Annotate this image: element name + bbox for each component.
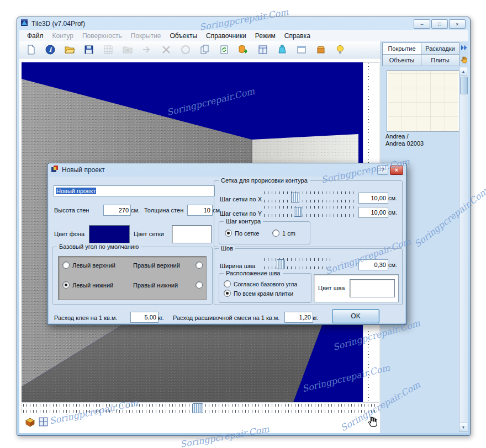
radio-dot (272, 230, 279, 237)
send-button (139, 42, 155, 57)
radio-corner-top-right[interactable]: Правый верхний (133, 262, 203, 269)
grid-step-x-label: Шаг сетки по X (220, 196, 262, 202)
desktop: Tile3D (v7.04Prof) – □ × Файл Контур Пов… (0, 0, 486, 448)
vertical-scrollbar[interactable]: ▲ ▼ (459, 67, 468, 432)
tile-window-button[interactable] (255, 42, 271, 57)
scrollbar-thumb[interactable] (460, 77, 468, 94)
seam-width-input[interactable] (358, 259, 388, 270)
radio-seam-all-edges[interactable]: По всем краям плитки (224, 290, 293, 297)
grid-step-y-label: Шаг сетки по Y (220, 210, 262, 217)
grid-step-y-input[interactable] (358, 207, 388, 218)
collections-icon[interactable] (459, 42, 468, 52)
menu-objects[interactable]: Объекты (166, 30, 202, 41)
dialog-close-button[interactable]: × (390, 166, 403, 175)
menu-file[interactable]: Файл (23, 30, 48, 41)
radio-seam-by-corner[interactable]: Согласно базового угла (224, 280, 297, 287)
refresh-pages-button[interactable] (216, 42, 233, 57)
slider-thumb[interactable] (277, 259, 285, 269)
menu-contour: Контур (48, 30, 78, 41)
minimize-button[interactable]: – (414, 19, 430, 29)
save-button[interactable] (81, 42, 97, 57)
tile-preview[interactable] (387, 70, 459, 132)
pan-hand-icon[interactable] (459, 55, 468, 65)
folder-import-button (119, 42, 136, 57)
background-color-label: Цвет фона (54, 231, 84, 237)
wall-thickness-input[interactable] (187, 205, 213, 216)
package-box-button[interactable] (313, 42, 329, 57)
project-name-input[interactable]: Новый проект (54, 185, 215, 196)
cut-button (158, 42, 175, 57)
menu-mode[interactable]: Режим (251, 30, 280, 41)
ok-button[interactable]: OK (332, 309, 379, 323)
grid-view-icon[interactable] (38, 417, 49, 429)
menu-references[interactable]: Справочники (202, 30, 251, 41)
seam-width-slider[interactable] (264, 258, 334, 269)
wall-height-unit: см. (131, 207, 140, 214)
radio-dot-selected (225, 230, 232, 237)
radio-label: Левый нижний (72, 282, 113, 289)
radio-label: 1 cm (282, 230, 295, 237)
seam-width-label: Ширина шва (220, 263, 255, 269)
menu-bar: Файл Контур Поверхность Покрытие Объекты… (19, 30, 468, 42)
export-database-button[interactable] (235, 42, 252, 57)
info-button[interactable]: i (42, 42, 59, 57)
grid-color-swatch[interactable] (172, 225, 212, 243)
radio-dot-selected (224, 290, 231, 297)
radio-corner-top-left[interactable]: Левый верхний (62, 262, 115, 269)
menu-covering: Покрытие (126, 30, 166, 41)
seam-position-subgroup: Расположение шва Согласно базового угла … (219, 273, 311, 303)
grout-unit: кг. (313, 314, 319, 321)
wall-height-input[interactable] (103, 205, 131, 216)
radio-label: По сетке (235, 230, 259, 237)
radio-label: Согласно базового угла (234, 281, 297, 287)
dialog-title-bar[interactable]: Новый проект ? × (47, 163, 406, 177)
tile-caption-line2: Andrea 02003 (385, 140, 424, 147)
scroll-down-icon[interactable]: ▼ (459, 423, 467, 431)
horizontal-ruler[interactable] (22, 402, 379, 414)
radio-contour-1cm[interactable]: 1 cm (272, 230, 295, 237)
box-3d-icon[interactable] (25, 417, 35, 429)
tab-covering[interactable]: Покрытие (382, 42, 421, 55)
seam-group-caption: Шов (219, 245, 235, 252)
menu-help[interactable]: Справка (280, 30, 315, 41)
dialog-title: Новый проект (62, 166, 105, 174)
contour-grid-group: Сетка для прорисовки контура Шаг сетки п… (214, 180, 403, 247)
grid-step-y-slider[interactable] (264, 206, 357, 217)
glue-input[interactable] (130, 312, 159, 323)
ruler-slider-thumb[interactable] (192, 403, 203, 413)
dialog-help-button[interactable]: ? (377, 166, 388, 175)
tab-tiles[interactable]: Плиты (421, 54, 459, 66)
radio-corner-bottom-right[interactable]: Правый нижний (133, 281, 203, 289)
grid-step-x-input[interactable] (358, 193, 388, 204)
open-folder-button[interactable] (61, 42, 78, 57)
slider-thumb[interactable] (294, 207, 302, 217)
seam-position-caption: Расположение шва (224, 270, 283, 276)
radio-dot-selected (62, 281, 70, 289)
slider-thumb[interactable] (291, 193, 299, 202)
seam-color-swatch[interactable] (350, 279, 395, 297)
title-bar[interactable]: Tile3D (v7.04Prof) – □ × (17, 17, 470, 30)
new-window-button[interactable] (293, 42, 310, 57)
radio-label: Правый верхний (133, 262, 180, 269)
toolbar: i (19, 41, 384, 58)
close-button[interactable]: × (449, 19, 466, 29)
tab-objects[interactable]: Объекты (382, 54, 421, 66)
grid-step-x-slider[interactable] (264, 191, 357, 202)
scroll-up-icon[interactable]: ▲ (459, 67, 467, 76)
grout-input[interactable] (284, 312, 313, 323)
light-bulb-button[interactable] (332, 42, 348, 57)
wall-thickness-label: Толщина стен (144, 207, 183, 214)
contour-step-subgroup: Шаг контура По сетке 1 cm (219, 221, 310, 244)
grid-step-x-unit: см. (388, 195, 397, 201)
tab-layouts[interactable]: Раскладки (421, 42, 459, 55)
radio-contour-by-grid[interactable]: По сетке (225, 230, 259, 237)
fill-bucket-button[interactable] (274, 42, 290, 57)
dialog-body: Новый проект Высота стен см. Толщина сте… (49, 177, 405, 323)
maximize-button[interactable]: □ (431, 19, 448, 29)
radio-corner-bottom-left[interactable]: Левый нижний (62, 281, 113, 289)
seam-color-label: Цвет шва (318, 285, 345, 291)
seam-color-panel: Цвет шва (314, 274, 399, 302)
new-document-button[interactable] (23, 42, 39, 57)
background-color-swatch[interactable] (89, 225, 130, 243)
copy-pages-button[interactable] (197, 42, 213, 57)
